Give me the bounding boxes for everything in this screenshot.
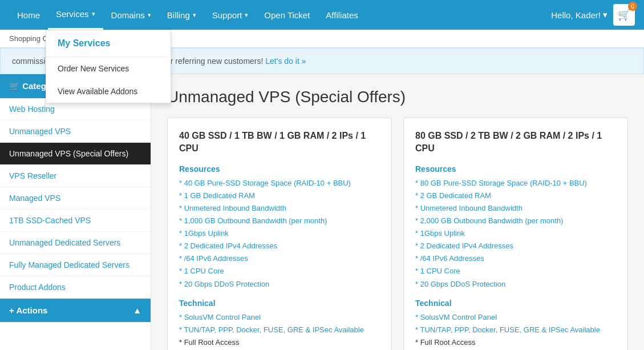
resource-item: * 2,000 GB Outbound Bandwidth (per month…: [415, 215, 616, 227]
resources-list-2: * 80 GB Pure-SSD Storage Space (RAID-10 …: [415, 177, 616, 291]
sidebar-item-fully-managed-dedicated[interactable]: Fully Managed Dedicated Servers: [0, 254, 151, 276]
dropdown-view-available-addons[interactable]: View Available Addons: [46, 80, 171, 103]
navbar-right: Hello, Kader! ▾ 🛒 0: [551, 4, 635, 26]
nav-services[interactable]: Services ▾: [48, 0, 103, 30]
product-card-2: 80 GB SSD / 2 TB BW / 2 GB RAM / 2 IPs /…: [403, 118, 628, 350]
nav-billing[interactable]: Billing ▾: [159, 0, 204, 30]
main-layout: 🛒 Categories ▲ Web Hosting Unmanaged VPS…: [0, 74, 644, 350]
resource-item: * 20 Gbps DDoS Protection: [179, 278, 380, 291]
product-card-1: 40 GB SSD / 1 TB BW / 1 GB RAM / 2 IPs /…: [167, 118, 392, 350]
resource-item: * /64 IPv6 Addresses: [179, 252, 380, 265]
technical-label-2: Technical: [415, 299, 616, 308]
product-title-1: 40 GB SSD / 1 TB BW / 1 GB RAM / 2 IPs /…: [179, 130, 380, 155]
technical-item: * SolusVM Control Panel: [179, 311, 380, 324]
nav-home[interactable]: Home: [9, 0, 48, 30]
resource-item: * Unmetered Inbound Bandwidth: [415, 202, 616, 215]
sidebar-item-unmanaged-vps-special[interactable]: Unmanaged VPS (Special Offers): [0, 143, 151, 165]
main-content: Unmanaged VPS (Special Offers) 40 GB SSD…: [151, 74, 644, 350]
sidebar-item-vps-reseller[interactable]: VPS Reseller: [0, 165, 151, 187]
resources-label-1: Resources: [179, 164, 380, 174]
resource-item: * 80 GB Pure-SSD Storage Space (RAID-10 …: [415, 177, 616, 190]
technical-item: * Full Root Access: [415, 336, 616, 349]
dropdown-header: My Services: [46, 30, 171, 57]
plus-icon: +: [9, 305, 14, 315]
sidebar-item-unmanaged-vps[interactable]: Unmanaged VPS: [0, 120, 151, 143]
cart-sidebar-icon: 🛒: [9, 81, 22, 91]
nav-open-ticket[interactable]: Open Ticket: [256, 0, 318, 30]
resource-item: * 1 CPU Core: [179, 265, 380, 277]
technical-item: * SolusVM Control Panel: [415, 311, 616, 324]
resource-item: * 1 CPU Core: [415, 265, 616, 277]
actions-header: + Actions ▲: [0, 299, 151, 322]
resource-item: * 1 GB Dedicated RAM: [179, 190, 380, 202]
resource-item: * 1Gbps Uplink: [179, 227, 380, 240]
resource-item: * 40 GB Pure-SSD Storage Space (RAID-10 …: [179, 177, 380, 190]
cart-badge: 0: [628, 2, 637, 11]
nav-domains[interactable]: Domains ▾: [103, 0, 159, 30]
billing-arrow-icon: ▾: [193, 11, 196, 19]
resource-item: * 1,000 GB Outbound Bandwidth (per month…: [179, 215, 380, 227]
resources-list-1: * 40 GB Pure-SSD Storage Space (RAID-10 …: [179, 177, 380, 291]
technical-list-1: * SolusVM Control Panel * TUN/TAP, PPP, …: [179, 311, 380, 350]
resource-item: * 20 Gbps DDoS Protection: [415, 278, 616, 291]
resource-item: * Unmetered Inbound Bandwidth: [179, 202, 380, 215]
sidebar-item-1tb-ssd[interactable]: 1TB SSD-Cached VPS: [0, 210, 151, 232]
nav-affiliates[interactable]: Affiliates: [318, 0, 366, 30]
support-arrow-icon: ▾: [245, 11, 248, 19]
technical-list-2: * SolusVM Control Panel * TUN/TAP, PPP, …: [415, 311, 616, 350]
user-greeting[interactable]: Hello, Kader! ▾: [551, 10, 607, 20]
sidebar-item-managed-vps[interactable]: Managed VPS: [0, 187, 151, 210]
resource-item: * 2 GB Dedicated RAM: [415, 190, 616, 202]
product-cards: 40 GB SSD / 1 TB BW / 1 GB RAM / 2 IPs /…: [167, 118, 628, 350]
resource-item: * 2 Dedicated IPv4 Addresses: [179, 240, 380, 252]
actions-chevron-icon: ▲: [133, 305, 141, 315]
product-title-2: 80 GB SSD / 2 TB BW / 2 GB RAM / 2 IPs /…: [415, 130, 616, 155]
services-dropdown: My Services Order New Services View Avai…: [46, 30, 171, 103]
resource-item: * 1Gbps Uplink: [415, 227, 616, 240]
services-arrow-icon: ▾: [92, 10, 95, 18]
technical-label-1: Technical: [179, 299, 380, 308]
navbar: Home Services ▾ Domains ▾ Billing ▾ Supp…: [0, 0, 644, 30]
cart-button[interactable]: 🛒 0: [613, 4, 635, 26]
resource-item: * 2 Dedicated IPv4 Addresses: [415, 240, 616, 252]
sidebar-item-product-addons[interactable]: Product Addons: [0, 276, 151, 299]
resources-label-2: Resources: [415, 164, 616, 174]
technical-item: * TUN/TAP, PPP, Docker, FUSE, GRE & IPSe…: [179, 324, 380, 336]
technical-item: * Full Root Access: [179, 336, 380, 349]
technical-item: * TUN/TAP, PPP, Docker, FUSE, GRE & IPSe…: [415, 324, 616, 336]
sidebar: 🛒 Categories ▲ Web Hosting Unmanaged VPS…: [0, 74, 151, 350]
user-arrow-icon: ▾: [603, 10, 607, 20]
cart-icon: 🛒: [618, 9, 630, 21]
dropdown-order-new-services[interactable]: Order New Services: [46, 57, 171, 80]
page-title: Unmanaged VPS (Special Offers): [167, 88, 628, 106]
domains-arrow-icon: ▾: [148, 11, 151, 19]
resource-item: * /64 IPv6 Addresses: [415, 252, 616, 265]
nav-support[interactable]: Support ▾: [204, 0, 257, 30]
banner-link[interactable]: Let's do it »: [265, 57, 306, 66]
sidebar-item-unmanaged-dedicated[interactable]: Unmanaged Dedicated Servers: [0, 232, 151, 254]
